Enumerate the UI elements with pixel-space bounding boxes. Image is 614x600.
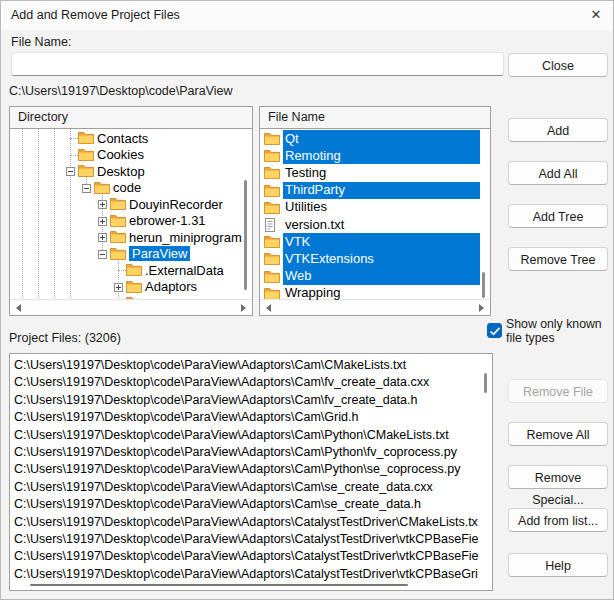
- file-list-item[interactable]: Remoting: [285, 148, 341, 164]
- project-file-row[interactable]: C:\Users\19197\Desktop\code\ParaView\Ada…: [10, 548, 478, 565]
- help-button[interactable]: Help: [508, 553, 608, 577]
- file-name-label: File Name:: [11, 35, 71, 49]
- tree-item-icon: [110, 197, 126, 213]
- tree-expander[interactable]: [82, 184, 91, 193]
- file-list-item[interactable]: Testing: [285, 165, 326, 181]
- file-icon: [264, 218, 276, 232]
- show-only-known-checkbox[interactable]: [487, 323, 502, 338]
- file-list-item[interactable]: Qt: [285, 131, 299, 147]
- add-remove-project-files-dialog: Add and Remove Project Files ✕ File Name…: [0, 0, 614, 600]
- remove-file-button: Remove File: [508, 379, 608, 403]
- directory-horizontal-scrollbar[interactable]: [10, 299, 252, 315]
- project-vertical-scrollbar-thumb[interactable]: [484, 373, 487, 393]
- remove-special-button[interactable]: Remove Special...: [508, 465, 608, 489]
- add-all-button[interactable]: Add All: [508, 161, 608, 185]
- directory-tree-item[interactable]: code: [113, 180, 141, 195]
- directory-tree-item[interactable]: Contacts: [97, 131, 148, 146]
- directory-tree-item[interactable]: Adaptors: [145, 279, 197, 294]
- tree-guide-line: [38, 129, 39, 300]
- folder-icon: [264, 201, 280, 217]
- directory-tree-item[interactable]: Cookies: [97, 147, 144, 162]
- add-from-list-button[interactable]: Add from list...: [508, 508, 608, 532]
- tree-expander[interactable]: [114, 283, 123, 292]
- remove-all-button[interactable]: Remove All: [508, 422, 608, 446]
- directory-tree-item[interactable]: herun_miniprogram: [129, 230, 242, 245]
- folder-icon: [264, 252, 280, 265]
- add-button[interactable]: Add: [508, 118, 608, 142]
- tree-expander[interactable]: [98, 217, 107, 226]
- scroll-left-icon[interactable]: [266, 304, 271, 312]
- project-file-row[interactable]: C:\Users\19197\Desktop\code\ParaView\Ada…: [10, 409, 478, 426]
- folder-icon: [264, 235, 280, 251]
- close-button[interactable]: Close: [508, 53, 608, 77]
- tree-item-icon: [94, 181, 110, 197]
- tree-item-icon: [78, 148, 94, 164]
- directory-tree-item[interactable]: DouyinRecorder: [129, 197, 223, 212]
- folder-icon: [264, 270, 280, 286]
- file-list-item[interactable]: Utilities: [285, 199, 327, 215]
- scroll-right-icon[interactable]: [479, 304, 484, 312]
- scroll-left-icon[interactable]: [16, 304, 21, 312]
- folder-icon: [264, 287, 280, 300]
- file-panel-header: File Name: [260, 107, 490, 129]
- file-list[interactable]: QtRemotingTestingThirdPartyUtilitiesvers…: [260, 129, 490, 300]
- tree-expander[interactable]: [98, 233, 107, 242]
- tree-guide-line: [54, 129, 55, 300]
- folder-icon: [78, 131, 94, 144]
- folder-icon: [264, 252, 280, 268]
- show-only-known-label[interactable]: Show only known file types: [506, 318, 612, 345]
- project-file-row[interactable]: C:\Users\19197\Desktop\code\ParaView\Ada…: [10, 496, 478, 513]
- project-file-row[interactable]: C:\Users\19197\Desktop\code\ParaView\Ada…: [10, 392, 478, 409]
- project-file-row[interactable]: C:\Users\19197\Desktop\code\ParaView\Ada…: [10, 357, 478, 374]
- tree-expander[interactable]: [98, 250, 107, 259]
- file-horizontal-scrollbar[interactable]: [260, 299, 490, 315]
- project-file-row[interactable]: C:\Users\19197\Desktop\code\ParaView\Ada…: [10, 514, 478, 531]
- folder-icon: [110, 247, 126, 260]
- file-list-item[interactable]: ThirdParty: [285, 182, 345, 198]
- project-file-row[interactable]: C:\Users\19197\Desktop\code\ParaView\Ada…: [10, 461, 478, 478]
- tree-guide-line: [22, 129, 23, 300]
- directory-tree-item[interactable]: Desktop: [97, 164, 145, 179]
- tree-item-icon: [110, 230, 126, 246]
- tree-item-icon: [78, 131, 94, 147]
- file-vertical-scrollbar-thumb[interactable]: [482, 272, 485, 298]
- file-selection-highlight: [283, 233, 480, 250]
- directory-tree[interactable]: ContactsCookiesDesktopcodeDouyinRecorder…: [10, 129, 252, 300]
- directory-vertical-scrollbar-thumb[interactable]: [244, 180, 247, 290]
- file-list-item[interactable]: Wrapping: [285, 285, 340, 300]
- file-list-item[interactable]: VTKExtensions: [285, 251, 374, 267]
- scroll-right-icon[interactable]: [241, 304, 246, 312]
- project-file-row[interactable]: C:\Users\19197\Desktop\code\ParaView\Ada…: [10, 444, 478, 461]
- folder-icon: [78, 148, 94, 161]
- project-files-list[interactable]: C:\Users\19197\Desktop\code\ParaView\Ada…: [9, 353, 493, 591]
- remove-tree-button[interactable]: Remove Tree: [508, 247, 608, 271]
- file-list-item[interactable]: Web: [285, 268, 312, 284]
- file-name-input[interactable]: [11, 52, 504, 76]
- project-file-row[interactable]: C:\Users\19197\Desktop\code\ParaView\Ada…: [10, 427, 478, 444]
- tree-item-icon: [126, 280, 142, 296]
- tree-expander[interactable]: [66, 167, 75, 176]
- project-file-row[interactable]: C:\Users\19197\Desktop\code\ParaView\Ada…: [10, 479, 478, 496]
- project-file-row[interactable]: C:\Users\19197\Desktop\code\ParaView\Ada…: [10, 374, 478, 391]
- project-file-row[interactable]: C:\Users\19197\Desktop\code\ParaView\Ada…: [10, 566, 478, 583]
- directory-tree-item[interactable]: .ExternalData: [145, 263, 224, 278]
- folder-icon: [264, 166, 280, 179]
- project-file-row[interactable]: C:\Users\19197\Desktop\code\ParaView\Ada…: [10, 531, 478, 548]
- title-bar: Add and Remove Project Files ✕: [1, 1, 613, 30]
- project-horizontal-scrollbar-thumb[interactable]: [30, 584, 408, 586]
- add-tree-button[interactable]: Add Tree: [508, 204, 608, 228]
- folder-icon: [94, 181, 110, 194]
- file-panel: File Name QtRemotingTestingThirdPartyUti…: [259, 106, 491, 316]
- tree-item-icon: [126, 263, 142, 279]
- file-list-item[interactable]: version.txt: [285, 217, 344, 233]
- directory-tree-item[interactable]: ParaView: [129, 246, 190, 261]
- directory-panel-header: Directory: [10, 107, 252, 129]
- file-list-item[interactable]: VTK: [285, 234, 310, 250]
- file-selection-highlight: [283, 268, 480, 285]
- tree-expander[interactable]: [98, 200, 107, 209]
- folder-icon: [110, 230, 126, 243]
- folder-icon: [110, 197, 126, 210]
- close-icon[interactable]: ✕: [585, 5, 607, 25]
- directory-tree-item[interactable]: ebrower-1.31: [129, 213, 206, 228]
- current-path-label: C:\Users\19197\Desktop\code\ParaView: [9, 84, 233, 98]
